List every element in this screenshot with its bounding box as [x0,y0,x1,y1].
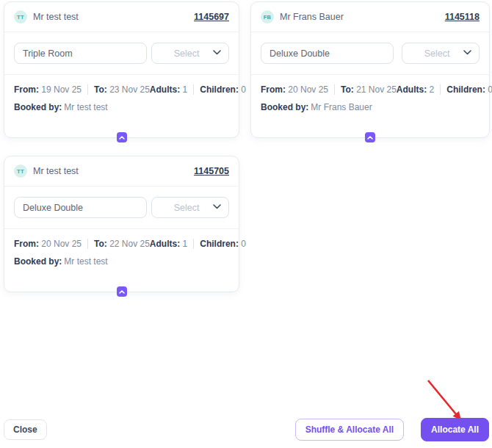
chevron-up-icon [119,136,125,140]
booked-by-value: Mr test test [64,256,107,267]
booked-by-row: Booked by:Mr Frans Bauer [261,102,480,112]
booking-details: From: 20 Nov 25 To: 21 Nov 25 Adults: 2 … [251,75,489,112]
from-value: 20 Nov 25 [41,239,82,249]
room-select-dropdown[interactable]: Select [151,197,229,218]
booking-card: FB Mr Frans Bauer 1145118 Select From: 2… [250,1,490,138]
occupancy: Adults: 1 Children: 0 [150,239,246,249]
children-label: Children: [200,84,239,95]
vertical-separator [87,239,88,249]
booked-by-row: Booked by:Mr test test [14,256,229,267]
adults-value: 2 [430,84,435,95]
chevron-up-icon [119,290,125,294]
vertical-separator [440,84,441,95]
adults-label: Adults: [150,84,180,95]
room-select-dropdown[interactable]: Select [402,43,480,64]
to-label: To: [94,84,107,95]
footer-action-bar: Close Shuffle & Allocate All Allocate Al… [4,418,489,441]
room-assignment-row: Select [4,187,239,228]
guest-avatar: FB [261,10,274,24]
vertical-separator [334,84,335,95]
stay-dates: From: 20 Nov 25 To: 21 Nov 25 [261,84,397,95]
room-assignment-row: Select [4,32,239,74]
vertical-separator [193,239,194,249]
children-label: Children: [200,239,239,249]
booked-by-label: Booked by: [14,102,62,112]
guest-name: Mr test test [33,166,79,176]
adults-value: 1 [183,239,188,249]
allocate-all-button[interactable]: Allocate All [421,418,489,441]
room-type-input[interactable] [261,43,394,64]
to-value: 23 Nov 25 [109,84,150,95]
booking-id-link[interactable]: 1145118 [445,12,480,22]
room-select-placeholder: Select [424,48,450,59]
chevron-down-icon [213,50,221,55]
booking-details: From: 19 Nov 25 To: 23 Nov 25 Adults: 1 … [4,75,239,112]
collapse-card-button[interactable] [117,132,127,142]
to-label: To: [94,239,107,249]
vertical-separator [87,84,88,95]
booking-details: From: 20 Nov 25 To: 22 Nov 25 Adults: 1 … [4,229,239,267]
vertical-separator [193,84,194,95]
cards-grid: TT Mr test test 1145697 Select From: 19 … [0,0,492,292]
booked-by-label: Booked by: [261,102,308,112]
booking-card-header: FB Mr Frans Bauer 1145118 [251,2,489,32]
booked-by-row: Booked by:Mr test test [14,102,229,112]
from-label: From: [261,84,286,95]
children-label: Children: [446,84,485,95]
room-select-placeholder: Select [174,203,200,213]
from-value: 19 Nov 25 [41,84,82,95]
room-type-input[interactable] [14,197,147,218]
room-assignment-row: Select [251,32,489,74]
guest-name: Mr test test [33,12,79,22]
chevron-down-icon [213,204,221,209]
from-label: From: [14,239,39,249]
footer-right-actions: Shuffle & Allocate All Allocate All [295,418,489,441]
to-value: 21 Nov 25 [356,84,397,95]
booking-card-header: TT Mr test test 1145705 [4,156,239,186]
booked-by-value: Mr test test [64,102,107,112]
shuffle-allocate-all-button[interactable]: Shuffle & Allocate All [295,419,404,441]
from-label: From: [14,84,39,95]
chevron-up-icon [367,136,373,140]
children-value: 0 [488,84,492,95]
to-value: 22 Nov 25 [109,239,150,249]
chevron-down-icon [463,50,471,55]
stay-dates: From: 20 Nov 25 To: 22 Nov 25 [14,239,150,249]
collapse-card-button[interactable] [365,132,375,142]
room-select-placeholder: Select [174,48,200,59]
children-value: 0 [241,239,246,249]
collapse-card-button[interactable] [117,286,127,297]
occupancy: Adults: 2 Children: 0 [397,84,492,95]
guest-avatar: TT [14,10,27,24]
booking-card: TT Mr test test 1145705 Select From: 20 … [4,156,239,292]
room-select-dropdown[interactable]: Select [151,43,229,64]
stay-dates: From: 19 Nov 25 To: 23 Nov 25 [14,84,150,95]
guest-avatar: TT [14,165,27,178]
booked-by-value: Mr Frans Bauer [311,102,372,112]
occupancy: Adults: 1 Children: 0 [150,84,246,95]
room-type-input[interactable] [14,43,147,64]
adults-value: 1 [183,84,188,95]
guest-name: Mr Frans Bauer [280,12,344,22]
room-allocation-panel: TT Mr test test 1145697 Select From: 19 … [0,0,492,448]
booking-id-link[interactable]: 1145705 [194,166,229,176]
to-label: To: [341,84,354,95]
booking-id-link[interactable]: 1145697 [194,12,229,22]
booking-card-header: TT Mr test test 1145697 [4,2,239,32]
booked-by-label: Booked by: [14,256,62,267]
close-button[interactable]: Close [4,419,47,440]
children-value: 0 [241,84,246,95]
adults-label: Adults: [397,84,427,95]
from-value: 20 Nov 25 [288,84,328,95]
booking-card: TT Mr test test 1145697 Select From: 19 … [4,1,239,138]
adults-label: Adults: [150,239,180,249]
